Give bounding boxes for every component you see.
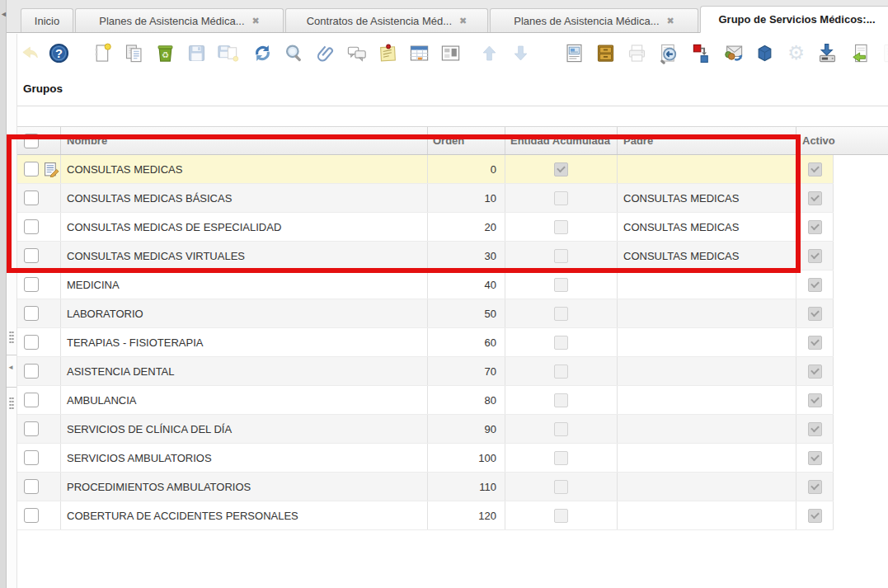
splitter-drag-handle-icon[interactable] [9, 397, 14, 409]
new-document-icon[interactable] [92, 42, 114, 64]
delete-icon[interactable]: ♻ [154, 42, 176, 64]
move-up-icon [478, 42, 500, 64]
refresh-icon[interactable] [251, 42, 274, 64]
nombre-cell: ASISTENCIA DENTAL [61, 357, 428, 385]
tab-grupo-servicios-medicos[interactable]: Grupo de Servicios Médicos:... [700, 6, 888, 33]
padre-cell: CONSULTAS MEDICAS [618, 242, 796, 270]
row-select-cell [17, 415, 61, 443]
tab-planes-asistencia-medica-1[interactable]: Planes de Asistencia Médica... ✖ [75, 8, 284, 32]
note-icon[interactable] [377, 42, 399, 64]
import-icon[interactable] [848, 42, 870, 64]
column-header-padre[interactable]: Padre [618, 127, 796, 154]
list-view-icon[interactable] [408, 42, 430, 64]
share-icon[interactable] [722, 42, 745, 64]
table-row: CONSULTAS MEDICAS0 [17, 155, 834, 184]
sidebar-splitter[interactable]: ◄ [7, 34, 17, 588]
tab-close-icon[interactable]: ✖ [459, 16, 467, 26]
table-row: LABORATORIO50 [17, 299, 834, 328]
splitter-drag-handle-icon[interactable] [9, 331, 14, 343]
select-all-checkbox[interactable] [24, 134, 39, 148]
entidad-acumulada-checkbox [554, 307, 568, 321]
tab-bar: Inicio Planes de Asistencia Médica... ✖ … [6, 0, 888, 33]
attachment-icon[interactable] [314, 42, 336, 64]
activo-cell [796, 501, 834, 529]
entidad-acumulada-checkbox [554, 393, 568, 407]
select-all-cell [17, 127, 61, 154]
document-faded-icon [879, 42, 888, 64]
help-icon[interactable]: ? [48, 42, 70, 64]
report-icon[interactable] [563, 42, 585, 64]
tab-planes-asistencia-medica-2[interactable]: Planes de Asistencia Médica... ✖ [490, 8, 698, 32]
entidad-acumulada-checkbox [554, 422, 568, 436]
comments-icon[interactable] [345, 42, 368, 64]
padre-cell [618, 415, 796, 443]
row-checkbox[interactable] [24, 364, 39, 379]
export-disk-icon[interactable] [816, 42, 839, 64]
orden-cell: 20 [428, 213, 505, 241]
padre-cell [618, 501, 796, 529]
table-row: AMBULANCIA80 [17, 386, 834, 415]
tab-label: Grupo de Servicios Médicos:... [719, 13, 876, 26]
activo-checkbox [808, 393, 822, 407]
tab-contratos-asistencia-medica[interactable]: Contratos de Asistencia Méd... ✖ [285, 8, 488, 32]
row-checkbox[interactable] [24, 335, 39, 350]
row-checkbox[interactable] [24, 277, 39, 292]
splitter-collapse-icon[interactable]: ◄ [7, 365, 14, 371]
tab-inicio[interactable]: Inicio [21, 8, 73, 32]
row-checkbox[interactable] [24, 479, 39, 494]
save-icon [186, 42, 208, 64]
padre-cell [618, 328, 796, 356]
row-checkbox[interactable] [24, 219, 39, 234]
splitter-divider [7, 387, 16, 388]
row-checkbox[interactable] [24, 248, 39, 263]
entidad-acumulada-checkbox [554, 451, 568, 465]
svg-text:♻: ♻ [162, 50, 169, 59]
row-checkbox[interactable] [24, 393, 39, 407]
tab-close-icon[interactable]: ✖ [252, 16, 260, 26]
edit-row-icon[interactable] [44, 162, 59, 177]
activo-cell [796, 473, 834, 501]
padre-cell [618, 473, 796, 501]
print-preview-icon[interactable] [657, 42, 679, 64]
row-select-cell [17, 213, 61, 241]
orden-cell: 50 [428, 299, 505, 327]
row-checkbox[interactable] [24, 421, 39, 436]
activo-cell [796, 270, 834, 299]
svg-text:?: ? [55, 47, 63, 60]
activo-cell [796, 155, 834, 183]
activo-checkbox [808, 191, 822, 205]
nombre-cell: AMBULANCIA [61, 386, 428, 414]
tab-label: Inicio [35, 15, 59, 27]
column-header-nombre[interactable]: Nombre [61, 127, 428, 154]
tab-scroll-left-icon[interactable]: ◄ [0, 11, 7, 18]
table-row: MEDICINA40 [17, 270, 834, 299]
copy-icon[interactable] [123, 42, 145, 64]
workflow-icon[interactable] [691, 42, 713, 64]
row-checkbox[interactable] [24, 306, 39, 321]
nombre-cell: COBERTURA DE ACCIDENTES PERSONALES [61, 501, 428, 529]
row-checkbox[interactable] [24, 508, 39, 523]
column-header-orden[interactable]: Orden [428, 127, 505, 154]
activo-checkbox [808, 220, 822, 234]
entidad-acumulada-cell [505, 444, 618, 472]
archive-icon[interactable] [594, 42, 617, 64]
row-select-cell [17, 357, 61, 385]
tab-label: Planes de Asistencia Médica... [514, 15, 659, 27]
column-header-activo[interactable]: Activo [796, 127, 834, 154]
tab-label: Contratos de Asistencia Méd... [307, 15, 452, 27]
row-checkbox[interactable] [24, 450, 39, 465]
orden-cell: 90 [428, 415, 505, 443]
table-row: COBERTURA DE ACCIDENTES PERSONALES120 [17, 501, 834, 530]
tab-close-icon[interactable]: ✖ [667, 16, 674, 26]
column-header-entidad-acumulada[interactable]: Entidad Acumulada [505, 127, 618, 154]
entidad-acumulada-checkbox [554, 365, 568, 379]
save-as-icon [217, 42, 239, 64]
row-checkbox[interactable] [24, 162, 39, 176]
entidad-acumulada-checkbox [554, 336, 568, 350]
search-icon[interactable] [283, 42, 305, 64]
orden-cell: 100 [428, 444, 505, 472]
form-view-icon[interactable] [439, 42, 462, 64]
row-checkbox[interactable] [24, 191, 39, 205]
entidad-acumulada-cell [505, 473, 618, 501]
module-icon[interactable] [754, 42, 776, 64]
